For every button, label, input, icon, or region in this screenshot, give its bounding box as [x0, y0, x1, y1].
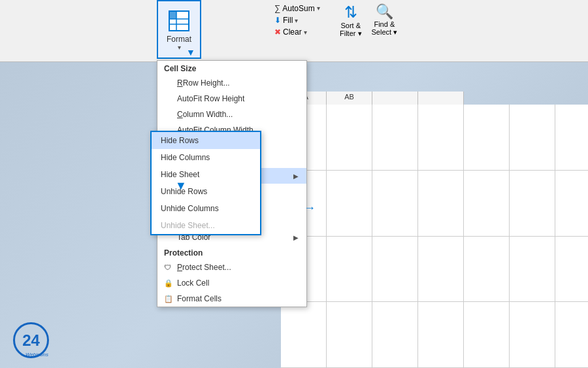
row-height-item[interactable]: RRow Height... [157, 75, 306, 91]
hide-unhide-submenu: Hide Rows Hide Columns Hide Sheet Unhide… [150, 131, 261, 235]
grid-cell [464, 171, 510, 237]
fill-arrow: ▾ [295, 17, 298, 24]
submenu-arrow-icon: ▶ [293, 173, 299, 180]
grid-cell [372, 237, 418, 303]
visibility-down-arrow: ▼ [175, 179, 187, 193]
grid-header-row: AA AB [281, 92, 588, 106]
lock-cell-item[interactable]: 🔒 Lock Cell [157, 275, 306, 291]
grid-cell [555, 105, 588, 171]
format-cells-icon: 📋 [164, 295, 173, 303]
format-icon [167, 8, 191, 33]
grid-cell [555, 171, 588, 237]
fill-button[interactable]: ⬇ Fill ▾ [274, 16, 327, 25]
grid-cell [327, 105, 372, 171]
grid-cell [418, 105, 464, 171]
protect-sheet-label: Protect Sheet... [177, 263, 231, 272]
find-select-button[interactable]: 🔍 Find & Select ▾ [372, 3, 398, 38]
autosum-label: AutoSum [282, 4, 314, 13]
clear-icon: ✖ [274, 27, 281, 37]
grid-cell [372, 105, 418, 171]
sort-icon: ⇅ [344, 3, 357, 22]
unhide-sheet-item[interactable]: Unhide Sheet... [152, 217, 260, 234]
grid-cell [327, 302, 372, 368]
submenu-connector-arrow: → [304, 201, 316, 215]
col-header-ac [372, 92, 418, 106]
col-header-ab: AB [327, 92, 372, 106]
grid-cell [281, 302, 327, 368]
grid-cell [418, 302, 464, 368]
svg-rect-4 [169, 11, 176, 19]
format-label: Format [167, 35, 191, 44]
grid-cell [555, 302, 588, 368]
sort-filter-button[interactable]: ⇅ Sort & Filter ▾ [340, 3, 362, 38]
lock-icon: 🔒 [164, 279, 173, 288]
right-toolbar: ∑ AutoSum ▾ ⬇ Fill ▾ ✖ Clear ▾ ⇅ Sort & … [274, 3, 397, 38]
tab-color-arrow: ▶ [293, 234, 299, 241]
grid-cell [510, 171, 555, 237]
clear-label: Clear [283, 27, 302, 37]
grid-cell [327, 237, 372, 303]
autofit-row-label: AutoFit Row Height [177, 94, 244, 103]
spreadsheet-grid [281, 105, 588, 368]
sigma-icon: ∑ [274, 3, 280, 13]
grid-cell [327, 171, 372, 237]
unhide-rows-item[interactable]: Unhide Rows [152, 183, 260, 200]
grid-cell [418, 237, 464, 303]
logo-circle: 24 Webicons [13, 322, 49, 358]
format-cells-label: Format Cells [177, 294, 221, 303]
col-width-item[interactable]: Column Width... [157, 107, 306, 122]
grid-cell [372, 171, 418, 237]
logo-number: 24 [22, 333, 40, 348]
format-down-arrow-indicator: ▼ [186, 47, 195, 58]
clear-button[interactable]: ✖ Clear ▾ [274, 27, 327, 37]
grid-cell [510, 302, 555, 368]
format-dropdown-arrow: ▾ [178, 44, 181, 51]
grid-cell [555, 237, 588, 303]
autosum-group: ∑ AutoSum ▾ ⬇ Fill ▾ ✖ Clear ▾ [274, 3, 327, 38]
find-icon: 🔍 [376, 3, 393, 20]
protect-sheet-item[interactable]: 🛡 Protect Sheet... [157, 259, 306, 275]
fill-icon: ⬇ [274, 16, 281, 25]
clear-arrow: ▾ [304, 29, 307, 36]
sort-label-1: Sort & [340, 22, 361, 29]
hide-columns-item[interactable]: Hide Columns [152, 149, 260, 166]
autosum-arrow: ▾ [317, 5, 320, 12]
cell-size-header: Cell Size [157, 61, 306, 75]
col-header-ad [418, 92, 464, 106]
unhide-columns-item[interactable]: Unhide Columns [152, 200, 260, 217]
grid-cell [510, 237, 555, 303]
grid-cell [510, 105, 555, 171]
find-label-1: Find & [374, 20, 395, 28]
grid-cell [372, 302, 418, 368]
fill-label: Fill [283, 16, 293, 25]
autosum-button[interactable]: ∑ AutoSum ▾ [274, 3, 327, 13]
protection-header: Protection [157, 245, 306, 259]
find-label-2: Select ▾ [372, 28, 398, 37]
grid-cell [464, 237, 510, 303]
grid-cell [464, 302, 510, 368]
sort-label-2: Filter ▾ [340, 29, 362, 38]
col-width-label: Column Width... [177, 110, 233, 119]
protect-icon: 🛡 [164, 263, 171, 271]
grid-cell [418, 171, 464, 237]
lock-cell-label: Lock Cell [177, 278, 209, 288]
hide-rows-item[interactable]: Hide Rows [152, 132, 260, 149]
format-cells-item[interactable]: 📋 Format Cells [157, 291, 306, 307]
autofit-row-item[interactable]: AutoFit Row Height [157, 91, 306, 107]
row-height-label: RRow Height... [177, 78, 230, 88]
sort-find-group: ⇅ Sort & Filter ▾ 🔍 Find & Select ▾ [340, 3, 397, 38]
logo: 24 Webicons [13, 322, 49, 358]
hide-sheet-item[interactable]: Hide Sheet [152, 166, 260, 183]
grid-cell [464, 105, 510, 171]
logo-text: Webicons [25, 352, 48, 358]
